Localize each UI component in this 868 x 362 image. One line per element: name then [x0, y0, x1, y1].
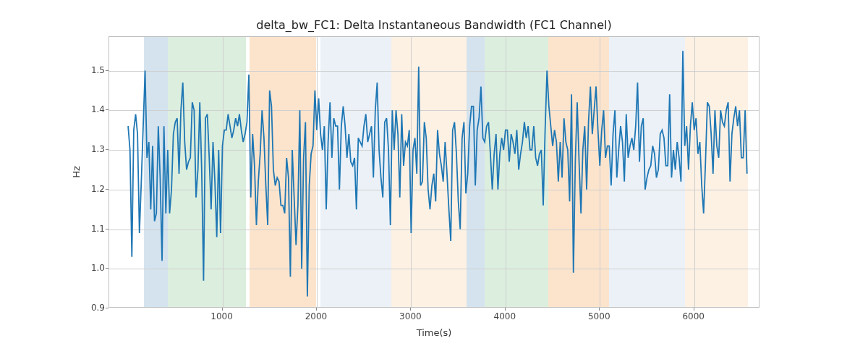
x-tick: 6000	[682, 311, 705, 321]
chart-title: delta_bw_FC1: Delta Instantaneous Bandwi…	[109, 18, 760, 32]
x-axis-label: Time(s)	[109, 327, 760, 338]
data-line	[109, 37, 760, 308]
x-tick: 3000	[399, 311, 422, 321]
x-tick: 5000	[588, 311, 610, 321]
y-axis-label-text: Hz	[70, 166, 81, 178]
x-tick: 4000	[494, 311, 516, 321]
figure: delta_bw_FC1: Delta Instantaneous Bandwi…	[0, 0, 868, 362]
y-axis-label: Hz	[69, 36, 83, 308]
plot-area	[109, 36, 760, 308]
x-tick: 1000	[210, 311, 233, 321]
x-tick: 2000	[305, 311, 328, 321]
